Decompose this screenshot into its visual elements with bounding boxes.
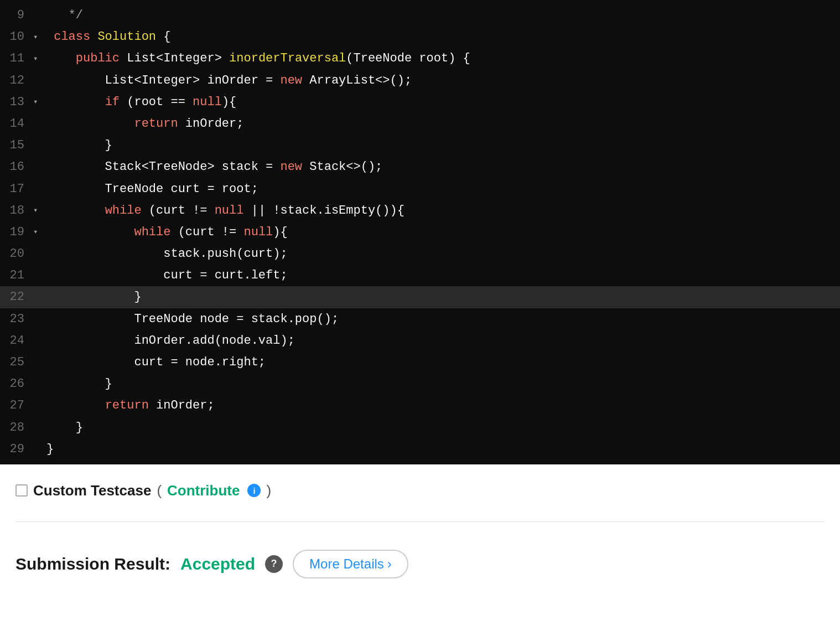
code-text: */ xyxy=(44,6,840,25)
bottom-section: Custom Testcase ( Contribute i ) Submiss… xyxy=(0,464,840,597)
line-number: 27 xyxy=(0,396,33,415)
code-line-17: 17 TreeNode curt = root; xyxy=(0,178,840,200)
code-text: return inOrder; xyxy=(44,396,840,415)
open-paren: ( xyxy=(157,482,162,499)
fold-arrow[interactable]: ▾ xyxy=(33,53,44,65)
code-line-27: 27 return inOrder; xyxy=(0,395,840,416)
code-text: while (curt != null || !stack.isEmpty())… xyxy=(44,201,840,220)
line-number: 18 xyxy=(0,201,33,220)
code-line-20: 20 stack.push(curt); xyxy=(0,243,840,265)
code-line-29: 29 } xyxy=(0,438,840,460)
line-number: 24 xyxy=(0,331,33,350)
close-paren: ) xyxy=(266,482,271,499)
line-number: 21 xyxy=(0,266,33,285)
code-text: } xyxy=(44,440,840,459)
code-text: if (root == null){ xyxy=(44,92,840,112)
info-icon[interactable]: i xyxy=(247,484,261,497)
code-line-11: 11 ▾ public List<Integer> inorderTravers… xyxy=(0,48,840,69)
custom-testcase-checkbox[interactable] xyxy=(15,484,28,497)
line-number: 10 xyxy=(0,27,33,46)
code-block: 9 */ 10 ▾ class Solution { 11 ▾ public L… xyxy=(0,0,840,464)
code-line-21: 21 curt = curt.left; xyxy=(0,265,840,286)
fold-arrow[interactable]: ▾ xyxy=(33,31,44,43)
code-line-16: 16 Stack<TreeNode> stack = new Stack<>()… xyxy=(0,156,840,178)
line-number: 25 xyxy=(0,353,33,372)
code-text: TreeNode node = stack.pop(); xyxy=(44,309,840,329)
code-line-9: 9 */ xyxy=(0,4,840,26)
fold-arrow[interactable]: ▾ xyxy=(33,204,44,216)
code-text: while (curt != null){ xyxy=(44,223,840,242)
line-number: 12 xyxy=(0,71,33,90)
code-line-22: 22 } xyxy=(0,286,840,308)
line-number: 29 xyxy=(0,440,33,459)
accepted-label: Accepted xyxy=(180,555,255,573)
line-number: 14 xyxy=(0,114,33,133)
submission-result-label: Submission Result: xyxy=(15,555,170,573)
line-number: 16 xyxy=(0,157,33,177)
line-number: 22 xyxy=(0,287,33,307)
code-line-15: 15 } xyxy=(0,135,840,156)
code-text: Stack<TreeNode> stack = new Stack<>(); xyxy=(44,157,840,177)
code-text: } xyxy=(44,287,840,307)
line-number: 20 xyxy=(0,244,33,263)
code-line-14: 14 return inOrder; xyxy=(0,113,840,135)
code-text: } xyxy=(44,374,840,394)
code-line-18: 18 ▾ while (curt != null || !stack.isEmp… xyxy=(0,200,840,221)
code-line-24: 24 inOrder.add(node.val); xyxy=(0,330,840,351)
code-line-19: 19 ▾ while (curt != null){ xyxy=(0,221,840,243)
code-text: class Solution { xyxy=(44,27,840,46)
code-editor: 9 */ 10 ▾ class Solution { 11 ▾ public L… xyxy=(0,0,840,464)
code-text: public List<Integer> inorderTraversal(Tr… xyxy=(44,49,840,68)
code-line-12: 12 List<Integer> inOrder = new ArrayList… xyxy=(0,70,840,91)
line-number: 23 xyxy=(0,309,33,329)
line-number: 19 xyxy=(0,223,33,242)
custom-testcase-row: Custom Testcase ( Contribute i ) xyxy=(15,482,825,499)
line-number: 17 xyxy=(0,179,33,199)
code-text: List<Integer> inOrder = new ArrayList<>(… xyxy=(44,71,840,90)
code-line-28: 28 } xyxy=(0,417,840,438)
more-details-label: More Details xyxy=(309,556,384,572)
code-text: } xyxy=(44,418,840,437)
code-text: inOrder.add(node.val); xyxy=(44,331,840,350)
code-text: return inOrder; xyxy=(44,114,840,133)
line-number: 13 xyxy=(0,92,33,112)
code-text: curt = curt.left; xyxy=(44,266,840,285)
code-line-23: 23 TreeNode node = stack.pop(); xyxy=(0,308,840,330)
code-text: stack.push(curt); xyxy=(44,244,840,263)
line-number: 15 xyxy=(0,136,33,155)
more-details-button[interactable]: More Details › xyxy=(293,550,408,578)
contribute-link[interactable]: Contribute xyxy=(167,482,240,499)
line-number: 9 xyxy=(0,6,33,25)
fold-arrow[interactable]: ▾ xyxy=(33,226,44,238)
code-line-26: 26 } xyxy=(0,373,840,395)
custom-testcase-label: Custom Testcase xyxy=(33,482,151,499)
code-text: } xyxy=(44,136,840,155)
line-number: 28 xyxy=(0,418,33,437)
code-line-10: 10 ▾ class Solution { xyxy=(0,26,840,48)
divider xyxy=(15,521,825,522)
chevron-right-icon: › xyxy=(387,556,392,572)
line-number: 26 xyxy=(0,374,33,394)
code-text: TreeNode curt = root; xyxy=(44,179,840,199)
code-line-13: 13 ▾ if (root == null){ xyxy=(0,91,840,113)
fold-arrow[interactable]: ▾ xyxy=(33,96,44,108)
code-line-25: 25 curt = node.right; xyxy=(0,351,840,373)
line-number: 11 xyxy=(0,49,33,68)
submission-result-row: Submission Result: Accepted ? More Detai… xyxy=(15,544,825,584)
accepted-help-icon[interactable]: ? xyxy=(265,555,283,573)
code-text: curt = node.right; xyxy=(44,353,840,372)
